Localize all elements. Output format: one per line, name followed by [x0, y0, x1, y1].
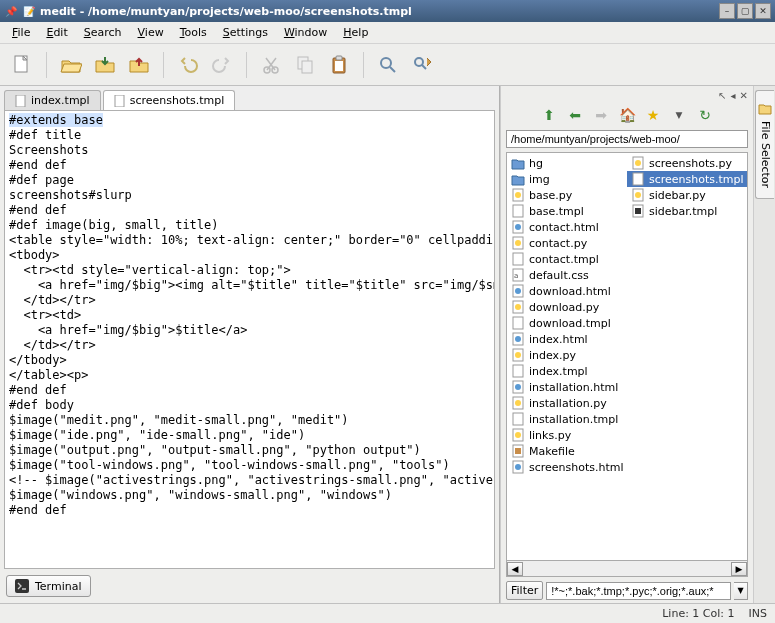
file-item[interactable]: index.py: [507, 347, 627, 363]
scroll-right-button[interactable]: ▶: [731, 562, 747, 576]
document-icon: [114, 95, 126, 107]
stick-icon[interactable]: 📌: [4, 4, 18, 18]
file-item[interactable]: Makefile: [507, 443, 627, 459]
menubar: FileEditSearchViewToolsSettingsWindowHel…: [0, 22, 775, 44]
file-item[interactable]: download.html: [507, 283, 627, 299]
fs-refresh-button[interactable]: ↻: [695, 105, 715, 125]
svg-rect-15: [513, 205, 523, 217]
svg-point-19: [515, 240, 521, 246]
fs-forward-button[interactable]: ➡: [591, 105, 611, 125]
svg-rect-11: [115, 95, 124, 107]
file-item[interactable]: screenshots.tmpl: [627, 171, 747, 187]
file-item[interactable]: contact.py: [507, 235, 627, 251]
svg-rect-20: [513, 253, 523, 265]
svg-rect-10: [16, 95, 25, 107]
replace-button[interactable]: [406, 49, 438, 81]
file-item[interactable]: screenshots.html: [507, 459, 627, 475]
file-item[interactable]: installation.py: [507, 395, 627, 411]
menu-view[interactable]: View: [130, 24, 172, 41]
fs-dropdown-button[interactable]: ▼: [669, 105, 689, 125]
file-item[interactable]: index.tmpl: [507, 363, 627, 379]
document-icon: [15, 95, 27, 107]
menu-help[interactable]: Help: [335, 24, 376, 41]
scroll-left-button[interactable]: ◀: [507, 562, 523, 576]
file-item[interactable]: sidebar.py: [627, 187, 747, 203]
menu-settings[interactable]: Settings: [215, 24, 276, 41]
menu-tools[interactable]: Tools: [172, 24, 215, 41]
cut-button[interactable]: [255, 49, 287, 81]
file-list[interactable]: hgimgbase.pybase.tmplcontact.htmlcontact…: [506, 152, 748, 561]
file-icon: [511, 380, 525, 394]
file-item[interactable]: adefault.css: [507, 267, 627, 283]
terminal-button[interactable]: Terminal: [6, 575, 91, 597]
svg-text:a: a: [514, 272, 518, 280]
fs-path-input[interactable]: [506, 130, 748, 148]
file-item[interactable]: installation.html: [507, 379, 627, 395]
save-button[interactable]: [89, 49, 121, 81]
filter-button[interactable]: Filter: [506, 581, 543, 600]
open-button[interactable]: [55, 49, 87, 81]
file-item[interactable]: img: [507, 171, 627, 187]
tab-index-tmpl[interactable]: index.tmpl: [4, 90, 101, 110]
new-file-button[interactable]: [6, 49, 38, 81]
file-item[interactable]: installation.tmpl: [507, 411, 627, 427]
svg-rect-41: [515, 448, 521, 454]
file-icon: [631, 204, 645, 218]
svg-point-8: [381, 58, 391, 68]
file-item[interactable]: base.tmpl: [507, 203, 627, 219]
file-item[interactable]: base.py: [507, 187, 627, 203]
svg-point-17: [515, 224, 521, 230]
file-selector-tab[interactable]: File Selector: [755, 90, 774, 199]
redo-button[interactable]: [206, 49, 238, 81]
menu-window[interactable]: Window: [276, 24, 335, 41]
save-as-button[interactable]: [123, 49, 155, 81]
fs-close-icon[interactable]: ✕: [740, 90, 748, 101]
minimize-button[interactable]: –: [719, 3, 735, 19]
fs-home-button[interactable]: 🏠: [617, 105, 637, 125]
file-icon: [631, 172, 645, 186]
paste-button[interactable]: [323, 49, 355, 81]
file-item[interactable]: sidebar.tmpl: [627, 203, 747, 219]
file-icon: [511, 412, 525, 426]
toolbar: [0, 44, 775, 86]
fs-back-button[interactable]: ⬅: [565, 105, 585, 125]
file-item[interactable]: download.py: [507, 299, 627, 315]
fs-detach-icon[interactable]: ↖: [718, 90, 726, 101]
filter-input[interactable]: [546, 582, 731, 600]
fs-up-button[interactable]: ⬆: [539, 105, 559, 125]
menu-edit[interactable]: Edit: [38, 24, 75, 41]
file-icon: [511, 460, 525, 474]
close-button[interactable]: ✕: [755, 3, 771, 19]
maximize-button[interactable]: ▢: [737, 3, 753, 19]
menu-file[interactable]: File: [4, 24, 38, 41]
tab-screenshots-tmpl[interactable]: screenshots.tmpl: [103, 90, 236, 110]
editor[interactable]: #extends base #def title Screenshots #en…: [4, 110, 495, 569]
file-item[interactable]: index.html: [507, 331, 627, 347]
file-icon: [511, 284, 525, 298]
file-item[interactable]: links.py: [507, 427, 627, 443]
file-icon: [511, 204, 525, 218]
menu-search[interactable]: Search: [76, 24, 130, 41]
file-list-hscroll[interactable]: ◀ ▶: [506, 561, 748, 577]
svg-rect-27: [513, 317, 523, 329]
find-button[interactable]: [372, 49, 404, 81]
folder-icon: [758, 101, 772, 115]
file-icon: [511, 236, 525, 250]
file-item[interactable]: download.tmpl: [507, 315, 627, 331]
folder-icon: [511, 172, 525, 186]
file-icon: a: [511, 268, 525, 282]
copy-button[interactable]: [289, 49, 321, 81]
svg-rect-7: [335, 61, 343, 71]
fs-min-icon[interactable]: ◂: [731, 90, 736, 101]
file-item[interactable]: screenshots.py: [627, 155, 747, 171]
file-icon: [511, 220, 525, 234]
file-item[interactable]: contact.html: [507, 219, 627, 235]
filter-dropdown[interactable]: ▼: [734, 582, 748, 600]
file-icon: [511, 428, 525, 442]
fs-bookmark-button[interactable]: ★: [643, 105, 663, 125]
file-item[interactable]: hg: [507, 155, 627, 171]
svg-point-14: [515, 192, 521, 198]
undo-button[interactable]: [172, 49, 204, 81]
terminal-label: Terminal: [35, 580, 82, 593]
file-item[interactable]: contact.tmpl: [507, 251, 627, 267]
